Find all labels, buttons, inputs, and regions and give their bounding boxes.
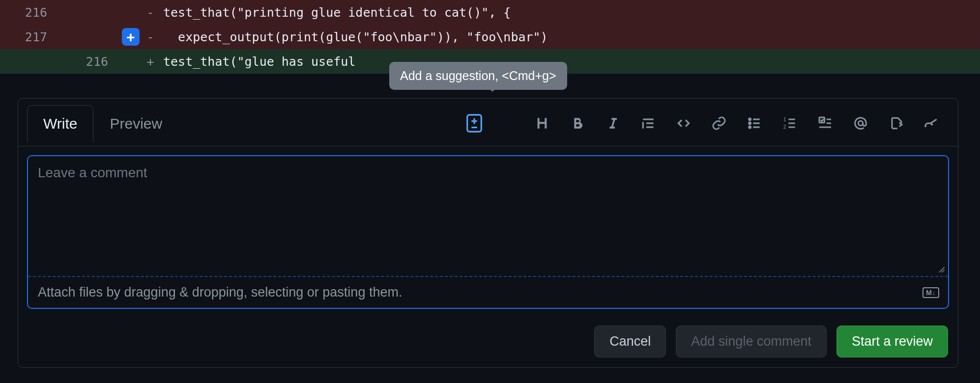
- button-label: Cancel: [609, 334, 651, 349]
- italic-icon[interactable]: [604, 114, 622, 132]
- svg-text:2: 2: [783, 124, 786, 130]
- diff-code: test_that("glue has useful: [159, 55, 980, 69]
- task-list-icon[interactable]: [816, 114, 834, 132]
- cancel-button[interactable]: Cancel: [594, 326, 666, 357]
- tab-label: Preview: [110, 115, 162, 132]
- tab-write[interactable]: Write: [27, 105, 93, 142]
- tab-label: Write: [43, 115, 77, 132]
- old-line-number: 217: [0, 30, 61, 44]
- svg-point-8: [749, 118, 751, 120]
- diff-code: test_that("printing glue identical to ca…: [159, 5, 980, 20]
- old-line-number: 216: [0, 5, 61, 20]
- svg-line-24: [939, 267, 945, 273]
- add-single-comment-button[interactable]: Add single comment: [676, 326, 827, 357]
- attach-hint-row[interactable]: Attach files by dragging & dropping, sel…: [28, 276, 948, 308]
- comment-field-wrap: Attach files by dragging & dropping, sel…: [27, 155, 949, 309]
- tooltip-text: Add a suggestion, <Cmd+g>: [400, 69, 556, 82]
- editor-toolbar: 12: [465, 114, 949, 132]
- ordered-list-icon[interactable]: 12: [781, 114, 799, 132]
- cross-reference-icon[interactable]: [887, 114, 905, 132]
- diff-sign: +: [142, 55, 159, 69]
- svg-point-10: [749, 126, 751, 128]
- button-label: Start a review: [852, 334, 933, 349]
- plus-icon: +: [127, 29, 135, 45]
- diff-row: 216 - test_that("printing glue identical…: [0, 0, 980, 25]
- editor-tabbar: Write Preview: [18, 99, 958, 146]
- heading-icon[interactable]: [533, 114, 551, 132]
- svg-point-9: [749, 122, 751, 124]
- link-icon[interactable]: [710, 114, 728, 132]
- unordered-list-icon[interactable]: [746, 114, 763, 132]
- diff-sign: -: [142, 5, 159, 20]
- tab-preview[interactable]: Preview: [93, 105, 178, 142]
- quote-icon[interactable]: [639, 114, 657, 132]
- svg-line-25: [942, 270, 944, 272]
- svg-text:1: 1: [783, 116, 786, 122]
- add-comment-button[interactable]: +: [122, 28, 140, 46]
- resize-handle-icon[interactable]: [937, 265, 945, 273]
- suggestion-tooltip: Add a suggestion, <Cmd+g>: [389, 62, 567, 90]
- suggestion-icon[interactable]: [465, 114, 483, 132]
- comment-textarea[interactable]: [28, 156, 948, 274]
- diff-sign: -: [142, 30, 159, 44]
- comment-editor: Write Preview: [18, 98, 958, 368]
- reply-icon[interactable]: [922, 114, 940, 132]
- button-label: Add single comment: [691, 334, 811, 349]
- diff-row: 217 + - expect_output(print(glue("foo\nb…: [0, 25, 980, 49]
- editor-footer: Cancel Add single comment Start a review: [18, 318, 958, 367]
- attach-hint-text: Attach files by dragging & dropping, sel…: [38, 285, 402, 300]
- bold-icon[interactable]: [569, 114, 586, 132]
- mention-icon[interactable]: [852, 114, 869, 132]
- code-icon[interactable]: [675, 114, 692, 132]
- diff-code: expect_output(print(glue("foo\nbar")), "…: [159, 30, 980, 44]
- markdown-badge-icon[interactable]: M↓: [922, 287, 939, 298]
- new-line-number: 216: [61, 55, 122, 69]
- start-review-button[interactable]: Start a review: [836, 326, 948, 357]
